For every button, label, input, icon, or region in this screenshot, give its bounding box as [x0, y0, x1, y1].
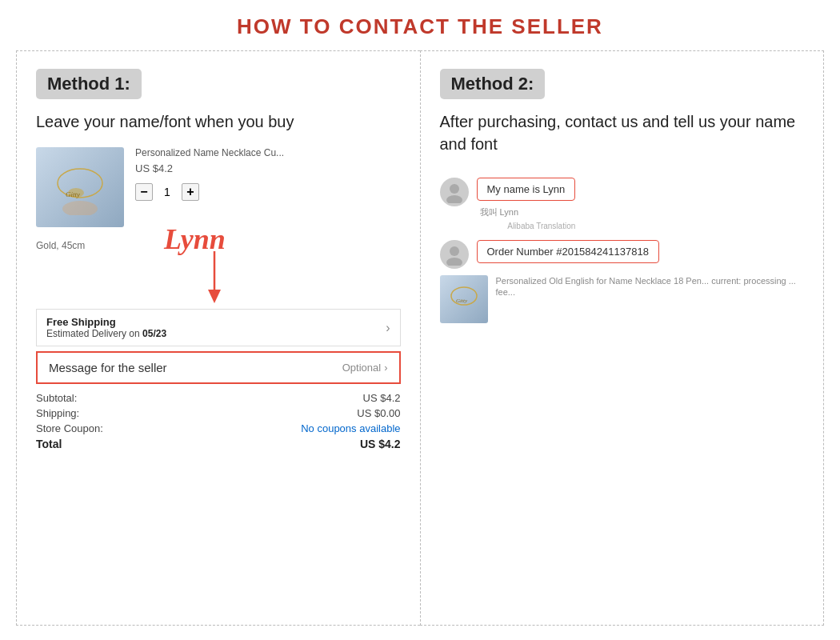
order-product-image: Gitty: [440, 275, 488, 323]
listing-title: Personalized Name Necklace Cu...: [135, 147, 401, 160]
subtotal-row: Subtotal: US $4.2: [36, 392, 401, 404]
total-label: Total: [36, 438, 62, 450]
shipping-date: 05/23: [142, 328, 166, 339]
listing-image-inner: Gitty: [36, 147, 124, 227]
coupon-label: Store Coupon:: [36, 422, 103, 434]
total-row: Total US $4.2: [36, 438, 401, 450]
method1-badge: Method 1:: [36, 69, 142, 99]
avatar-icon-2: [443, 243, 466, 266]
chat-message-2: Order Number #201584241137818: [440, 240, 659, 269]
shipping-row[interactable]: Free Shipping Estimated Delivery on 05/2…: [36, 309, 401, 346]
order-product-row: Gitty Personalized Old English for Name …: [440, 275, 805, 323]
svg-point-7: [446, 195, 462, 203]
order-product-title: Personalized Old English for Name Neckla…: [496, 275, 805, 298]
arrow-icon: [202, 251, 226, 303]
listing-card: Gitty Personalized Name Necklace Cu... U…: [36, 147, 401, 227]
msg1-text: My name is Lynn: [487, 183, 566, 195]
listing-info: Personalized Name Necklace Cu... US $4.2…: [135, 147, 401, 201]
method1-desc: Leave your name/font when you buy: [36, 110, 294, 133]
shipping-subtitle: Estimated Delivery on 05/23: [46, 328, 166, 339]
lynn-arrow-container: Lynn: [36, 251, 401, 307]
lynn-annotation-area: Lynn: [36, 251, 401, 307]
svg-text:Gitty: Gitty: [456, 298, 468, 304]
chat-message-1: My name is Lynn 我叫 Lynn Alibaba Translat…: [440, 178, 659, 230]
coupon-row: Store Coupon: No coupons available: [36, 422, 401, 434]
msg1-wrapper: My name is Lynn 我叫 Lynn Alibaba Translat…: [477, 178, 576, 230]
shipping-cost-label: Shipping:: [36, 407, 79, 419]
shipping-title: Free Shipping: [46, 316, 166, 328]
shipping-cost-row: Shipping: US $0.00: [36, 407, 401, 419]
qty-row: − 1 +: [135, 183, 401, 201]
right-column: Method 2: After purchasing, contact us a…: [420, 50, 825, 626]
seller-message-label: Message for the seller: [49, 361, 167, 374]
msg2-bubble: Order Number #201584241137818: [477, 240, 659, 263]
order-necklace-icon: Gitty: [445, 280, 483, 318]
chevron-right-icon: ›: [386, 321, 390, 335]
chat-section: My name is Lynn 我叫 Lynn Alibaba Translat…: [440, 178, 659, 269]
seller-message-right: Optional ›: [342, 362, 388, 374]
svg-text:Gitty: Gitty: [66, 190, 80, 198]
totals-section: Subtotal: US $4.2 Shipping: US $0.00 Sto…: [36, 392, 401, 454]
coupon-value[interactable]: No coupons available: [301, 422, 400, 434]
svg-point-9: [446, 258, 462, 266]
subtotal-label: Subtotal:: [36, 392, 77, 404]
page-title: HOW TO CONTACT THE SELLER: [237, 14, 603, 39]
method2-badge: Method 2:: [440, 69, 546, 99]
msg1-chinese: 我叫 Lynn: [480, 207, 519, 217]
svg-marker-5: [208, 290, 221, 303]
page-container: HOW TO CONTACT THE SELLER Method 1: Leav…: [0, 0, 840, 640]
subtotal-value: US $4.2: [363, 392, 401, 404]
avatar-icon-1: [443, 181, 466, 203]
translation-label: Alibaba Translation: [477, 222, 576, 230]
avatar-2: [440, 240, 469, 269]
avatar-1: [440, 178, 469, 206]
seller-message-optional: Optional: [342, 362, 381, 374]
method2-desc: After purchasing, contact us and tell us…: [440, 110, 805, 155]
order-product-info: Personalized Old English for Name Neckla…: [496, 275, 805, 298]
msg2-text: Order Number #201584241137818: [487, 246, 649, 258]
shipping-info: Free Shipping Estimated Delivery on 05/2…: [46, 316, 166, 339]
svg-point-3: [62, 201, 98, 215]
left-column: Method 1: Leave your name/font when you …: [16, 50, 420, 626]
two-column-layout: Method 1: Leave your name/font when you …: [16, 50, 824, 626]
total-value: US $4.2: [360, 438, 401, 450]
svg-point-8: [450, 246, 459, 256]
necklace-illustration: Gitty: [48, 159, 112, 215]
variant-label: Gold, 45cm: [36, 240, 85, 251]
seller-message-chevron: ›: [384, 362, 387, 374]
msg1-translation: 我叫 Lynn: [477, 204, 576, 218]
svg-point-6: [450, 184, 459, 194]
qty-value: 1: [161, 186, 174, 198]
listing-price: US $4.2: [135, 162, 401, 174]
listing-image: Gitty: [36, 147, 124, 227]
qty-increase-button[interactable]: +: [182, 183, 199, 201]
qty-decrease-button[interactable]: −: [135, 183, 153, 201]
msg2-wrapper: Order Number #201584241137818: [477, 240, 659, 263]
shipping-cost-value: US $0.00: [357, 407, 400, 419]
seller-message-box[interactable]: Message for the seller Optional ›: [36, 351, 401, 384]
msg1-bubble: My name is Lynn: [477, 178, 576, 201]
